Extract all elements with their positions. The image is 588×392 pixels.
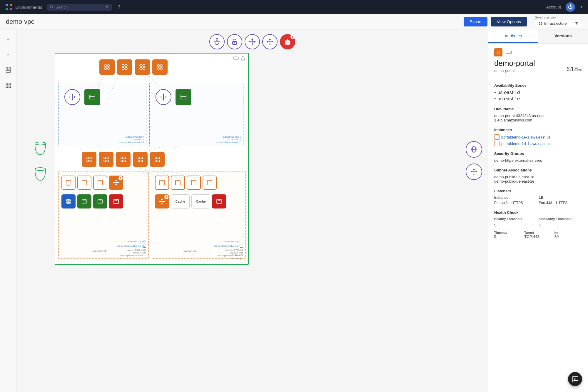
select-view-dropdown[interactable]: Infrastructure ▼: [535, 19, 582, 27]
help-icon[interactable]: ?: [118, 4, 120, 10]
rds-icon[interactable]: [61, 194, 76, 208]
mid-icon-4[interactable]: [133, 152, 148, 167]
route53-icon[interactable]: [109, 194, 123, 208]
view-options-button[interactable]: View Options: [491, 17, 527, 26]
listeners-instance-value: Port 443 – HTTPS: [494, 201, 538, 205]
subnet4-ec2-row: [155, 176, 217, 190]
mid-icon-5[interactable]: [150, 152, 165, 167]
canvas-area[interactable]: !: [16, 29, 488, 392]
instances-list: portaldemo-1e-1.aws.east.us portaldemo-1…: [494, 134, 582, 146]
svg-point-82: [90, 157, 91, 159]
elastic1-icon[interactable]: [77, 194, 91, 208]
dns-icon[interactable]: [466, 141, 482, 158]
bucket-icon-2: [34, 167, 46, 184]
lock-tool[interactable]: [227, 34, 242, 49]
tab-attributes[interactable]: Attributes: [488, 29, 538, 43]
divider-1: [494, 78, 582, 78]
svg-point-103: [158, 160, 160, 162]
cache-2-icon[interactable]: Cache: [191, 194, 210, 208]
svg-line-5: [52, 8, 53, 9]
mid-icon-3[interactable]: [116, 152, 131, 167]
ec2-s4-2[interactable]: [171, 176, 185, 190]
zoom-in-button[interactable]: +: [3, 34, 14, 45]
elb-icon-2[interactable]: [117, 59, 132, 75]
svg-rect-13: [6, 83, 8, 85]
svg-marker-143: [164, 201, 165, 202]
account-label[interactable]: Account: [546, 5, 561, 9]
grid-button[interactable]: [3, 80, 14, 91]
subnet-2-icons: [156, 89, 191, 105]
ec2-s4-3[interactable]: [187, 176, 201, 190]
cloud-icon: [233, 56, 239, 60]
layout-button[interactable]: [3, 65, 14, 75]
subnet1-service-icon[interactable]: [84, 89, 100, 105]
ec2-s4-1[interactable]: [155, 176, 169, 190]
account-dropdown-icon[interactable]: ▼: [580, 5, 583, 9]
page-title: demo-vpc: [6, 18, 460, 26]
mid-icon-2[interactable]: [99, 152, 113, 167]
subnet-1-label: subnet-27ee8289 10.20.0.0/24 demo-public…: [119, 136, 144, 144]
nav-search-container[interactable]: ▼: [47, 4, 112, 11]
svg-point-98: [138, 160, 140, 162]
elb-icon-1[interactable]: [99, 59, 115, 75]
security-groups-value: demo-https-external-servers: [494, 158, 582, 163]
svg-marker-168: [476, 171, 477, 172]
elastic2-icon[interactable]: [93, 194, 107, 208]
unhealthy-threshold-label: Unhealthy Threshold: [539, 217, 582, 221]
ec2-4[interactable]: 1: [109, 176, 123, 190]
svg-point-17: [35, 142, 46, 145]
mid-icon-1[interactable]: [82, 152, 96, 167]
subnet2-service-icon[interactable]: [176, 89, 191, 105]
svg-point-170: [499, 51, 500, 52]
subnet-2-label: subnet-623c2831 10.20.1.0/24 demo-public…: [216, 136, 241, 144]
route53-s4-icon[interactable]: [212, 194, 226, 208]
fire-tool[interactable]: !: [280, 34, 295, 49]
svg-point-56: [143, 67, 145, 70]
timeout-value: 5: [494, 234, 522, 239]
ec2-s4-4[interactable]: [203, 176, 217, 190]
export-button[interactable]: Export: [464, 17, 487, 26]
health-check-section: Health Check Healthy Threshold Unhealthy…: [494, 210, 582, 239]
subnet2-gateway-icon[interactable]: [156, 89, 171, 105]
svg-point-45: [122, 64, 124, 67]
search-dropdown-icon[interactable]: ▼: [105, 5, 109, 9]
svg-marker-33: [269, 44, 271, 45]
subnet1-gateway-icon[interactable]: [64, 89, 80, 105]
ec2-3[interactable]: [93, 176, 107, 190]
vpc-cidr-label: 10.20.0.0/21 demo-vpc: [227, 253, 243, 260]
svg-point-99: [141, 160, 143, 162]
svg-rect-135: [176, 180, 180, 185]
grid-icon: [5, 82, 11, 88]
move-tool[interactable]: [245, 34, 260, 49]
svg-marker-165: [473, 168, 475, 170]
subnet-2-box: subnet-623c2831 10.20.1.0/24 demo-public…: [149, 83, 243, 146]
anchor-tool[interactable]: [209, 34, 225, 49]
search-input[interactable]: [56, 5, 103, 9]
elb-icon-3[interactable]: [135, 59, 150, 75]
svg-point-96: [138, 157, 140, 159]
subnet-associations-section: Subnet Associations demo-public-us-east-…: [494, 168, 582, 184]
svg-point-53: [140, 64, 142, 67]
ec2-1[interactable]: [61, 176, 76, 190]
subnet-assoc-1: demo-public-us-east-1d: [494, 175, 582, 179]
zoom-out-button[interactable]: −: [3, 49, 14, 60]
instance-2[interactable]: portaldemo-1d-1.aws.east.us: [494, 141, 582, 146]
tab-versions[interactable]: Versions: [538, 29, 588, 43]
ec2-2[interactable]: [77, 176, 91, 190]
chat-bubble-button[interactable]: [568, 372, 582, 386]
svg-marker-27: [251, 44, 253, 45]
gateway-s4-icon[interactable]: 1: [155, 194, 169, 208]
service-type-label: ELB: [505, 50, 512, 54]
svg-point-38: [107, 64, 110, 67]
gateway2-icon[interactable]: [466, 164, 482, 180]
svg-point-92: [124, 157, 126, 159]
instance-1[interactable]: portaldemo-1e-1.aws.east.us: [494, 134, 582, 140]
elb-icon-4[interactable]: [152, 59, 168, 75]
svg-rect-69: [90, 95, 95, 99]
cache-1-icon[interactable]: Cache: [171, 194, 190, 208]
select-view-chevron-icon: ▼: [574, 21, 579, 26]
power-button[interactable]: ⏻: [566, 2, 575, 12]
availability-zones-label: Availability Zones: [494, 83, 582, 88]
bucket-icons-group: [34, 141, 46, 184]
move2-tool[interactable]: [262, 34, 278, 49]
